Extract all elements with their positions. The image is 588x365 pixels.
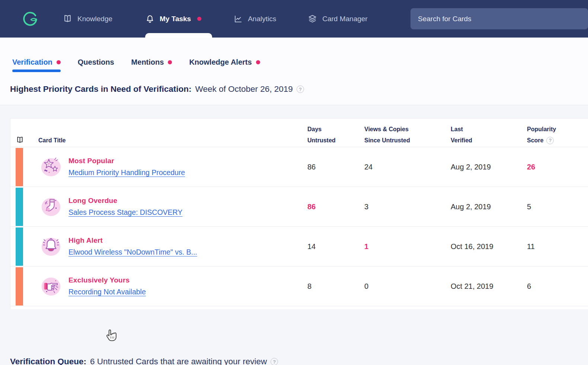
- tab-label: Questions: [78, 58, 114, 67]
- table-row: Exclusively Yours Recording Not Availabl…: [10, 267, 588, 306]
- row-accent-bar: [16, 267, 23, 306]
- bell-icon: [145, 14, 155, 24]
- card-cell: Exclusively Yours Recording Not Availabl…: [68, 276, 307, 296]
- pointing-hand-icon: [39, 275, 63, 298]
- book-icon: [63, 14, 73, 24]
- tab-label: Verification: [12, 58, 52, 67]
- tab-label: Knowledge Alerts: [189, 58, 252, 67]
- tab-knowledge-alerts[interactable]: Knowledge Alerts: [189, 58, 260, 72]
- guru-logo-icon[interactable]: [22, 10, 39, 28]
- nav-item-label: Knowledge: [77, 15, 112, 23]
- row-accent-bar: [16, 227, 23, 266]
- table-header: Card Title Days Untrusted Views & Copies…: [10, 119, 588, 147]
- nav-item-label: Card Manager: [322, 15, 367, 23]
- mouse-cursor: [104, 329, 118, 343]
- views-copies-value: 3: [364, 203, 451, 211]
- row-accent-bar: [16, 188, 23, 226]
- notification-dot: [168, 60, 172, 64]
- days-untrusted-value: 8: [307, 282, 364, 291]
- nav-item-knowledge[interactable]: Knowledge: [63, 14, 112, 24]
- queue-heading-bold: Verification Queue:: [10, 357, 86, 365]
- card-badge: Most Popular: [68, 157, 307, 165]
- card-badge: High Alert: [68, 236, 307, 245]
- days-untrusted-value: 86: [307, 203, 364, 211]
- task-tabs: Verification Questions Mentions Knowledg…: [0, 38, 588, 72]
- card-title-link[interactable]: Recording Not Available: [68, 288, 146, 296]
- priority-cards-heading: Highest Priority Cards in Need of Verifi…: [0, 84, 588, 94]
- last-verified-value: Oct 21, 2019: [451, 282, 527, 291]
- column-days-untrusted: Days Untrusted: [307, 124, 336, 146]
- column-line: Days: [307, 124, 336, 135]
- column-line: Last: [451, 124, 472, 135]
- popularity-score-value: 11: [527, 242, 588, 251]
- views-copies-value: 0: [364, 282, 451, 291]
- book-icon: [16, 136, 24, 146]
- table-row: Most Popular Medium Priority Handling Pr…: [10, 147, 588, 187]
- card-search-box: [410, 8, 588, 29]
- column-line: Untrusted: [307, 135, 336, 146]
- nav-item-my-tasks[interactable]: My Tasks: [145, 14, 201, 24]
- notification-dot: [57, 60, 61, 64]
- days-untrusted-value: 14: [307, 242, 364, 251]
- popularity-score-value: 6: [527, 282, 588, 291]
- alert-bell-icon: [39, 235, 63, 258]
- priority-cards-table: Card Title Days Untrusted Views & Copies…: [10, 118, 588, 309]
- heading-bold: Highest Priority Cards in Need of Verifi…: [10, 84, 192, 94]
- views-copies-value: 24: [364, 163, 451, 171]
- notification-dot: [256, 60, 260, 64]
- column-card-title: Card Title: [38, 137, 66, 144]
- nav-item-label: My Tasks: [160, 15, 191, 23]
- column-line: Verified: [451, 135, 472, 146]
- column-popularity-score: Popularity Score: [527, 124, 556, 146]
- table-row: High Alert Elwood Wireless "NoDownTime" …: [10, 227, 588, 267]
- card-cell: High Alert Elwood Wireless "NoDownTime" …: [68, 236, 307, 256]
- header-section: Verification Questions Mentions Knowledg…: [0, 38, 588, 105]
- heading-week: Week of October 26, 2019: [195, 84, 293, 94]
- top-navbar: Knowledge My Tasks Analytics: [0, 0, 588, 38]
- last-verified-value: Aug 2, 2019: [451, 163, 527, 171]
- celebration-stars-icon: [39, 155, 63, 178]
- card-title-link[interactable]: Medium Priority Handling Procedure: [68, 168, 185, 177]
- tab-verification[interactable]: Verification: [12, 58, 61, 72]
- popularity-score-value: 5: [527, 203, 588, 211]
- last-verified-value: Oct 16, 2019: [451, 242, 527, 251]
- queue-heading-rest: 6 Untrusted Cards that are awaiting your…: [90, 357, 267, 365]
- card-cell: Most Popular Medium Priority Handling Pr…: [68, 157, 307, 177]
- help-icon[interactable]: [297, 85, 304, 93]
- main-content: Verification Questions Mentions Knowledg…: [0, 38, 588, 365]
- help-icon[interactable]: [271, 358, 278, 365]
- days-untrusted-value: 86: [307, 163, 364, 171]
- column-line: Score: [527, 135, 543, 146]
- nav-item-label: Analytics: [248, 15, 276, 23]
- tab-label: Mentions: [131, 58, 164, 67]
- card-badge: Exclusively Yours: [68, 276, 307, 284]
- active-nav-tab-indicator: [145, 33, 212, 38]
- nav-item-card-manager[interactable]: Card Manager: [307, 14, 367, 24]
- table-row: Long Overdue Sales Process Stage: DISCOV…: [10, 187, 588, 227]
- last-verified-value: Aug 2, 2019: [451, 203, 527, 211]
- verification-queue-heading: Verification Queue: 6 Untrusted Cards th…: [0, 357, 278, 365]
- card-cell: Long Overdue Sales Process Stage: DISCOV…: [68, 197, 307, 217]
- smelly-sock-icon: [39, 195, 63, 218]
- card-title-link[interactable]: Sales Process Stage: DISCOVERY: [68, 208, 182, 217]
- nav-item-analytics[interactable]: Analytics: [233, 14, 276, 24]
- column-line: Views & Copies: [364, 124, 410, 135]
- card-title-link[interactable]: Elwood Wireless "NoDownTime" vs. B...: [68, 248, 197, 256]
- column-line: Since Untrusted: [364, 135, 410, 146]
- layers-icon: [307, 14, 317, 24]
- column-line: Popularity: [527, 124, 556, 135]
- popularity-score-value: 26: [527, 163, 588, 171]
- views-copies-value: 1: [364, 242, 451, 251]
- search-input[interactable]: [410, 15, 588, 23]
- tab-mentions[interactable]: Mentions: [131, 58, 172, 72]
- chart-icon: [233, 14, 243, 24]
- card-badge: Long Overdue: [68, 197, 307, 205]
- column-last-verified: Last Verified: [451, 124, 472, 146]
- column-views-copies: Views & Copies Since Untrusted: [364, 124, 410, 146]
- row-accent-bar: [16, 148, 23, 186]
- tab-questions[interactable]: Questions: [78, 58, 114, 72]
- help-icon[interactable]: [546, 137, 554, 144]
- notification-dot: [197, 17, 201, 21]
